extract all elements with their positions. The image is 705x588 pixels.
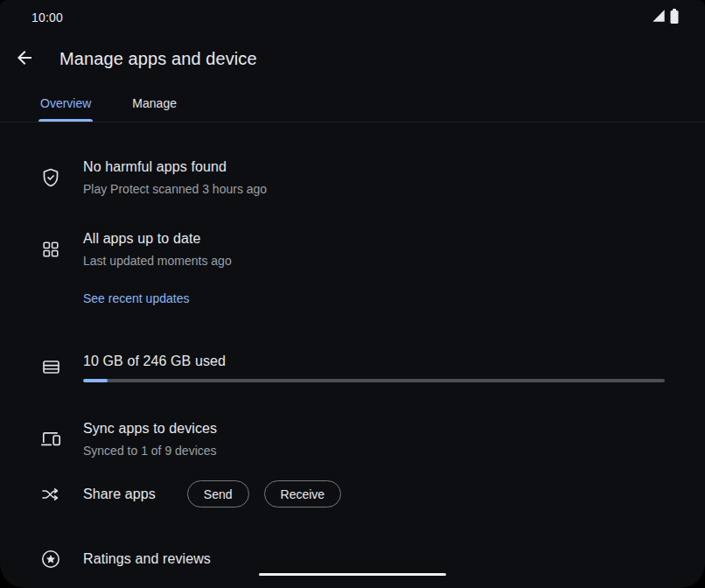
manage-apps-and-device-screen: 10:00 Manage apps and device Overview [0,0,705,588]
header: Manage apps and device [0,35,705,82]
tab-manage-label: Manage [132,96,177,110]
tab-overview[interactable]: Overview [40,82,91,122]
item-subtitle: Play Protect scanned 3 hours ago [83,181,267,197]
storage-progress-fill [83,379,108,382]
shield-check-icon [40,167,61,188]
list-item-ratings-reviews[interactable]: Ratings and reviews [40,549,665,570]
item-subtitle: Synced to 1 of 9 devices [83,443,217,458]
list-item-share-apps: Share apps Send Receive [40,480,665,508]
active-tab-indicator [38,119,93,122]
item-title: Ratings and reviews [83,550,211,569]
storage-progress-bar [83,379,665,382]
share-arrows-icon [40,484,61,505]
list-item-sync-devices[interactable]: Sync apps to devices Synced to 1 of 9 de… [40,419,665,458]
back-button[interactable] [5,39,44,78]
status-bar: 10:00 [0,0,705,35]
battery-icon [670,9,679,27]
devices-icon [40,429,61,450]
page-title: Manage apps and device [59,49,257,69]
see-recent-updates-link[interactable]: See recent updates [83,290,189,306]
list-item-storage[interactable]: 10 GB of 246 GB used [40,352,665,382]
apps-grid-icon [40,239,61,260]
status-icons [652,9,679,27]
tab-overview-label: Overview [40,96,91,110]
status-time: 10:00 [31,10,63,24]
item-title: All apps up to date [83,229,232,248]
star-circle-icon [40,549,61,570]
share-apps-label: Share apps [83,485,156,504]
storage-usage-text: 10 GB of 246 GB used [83,352,665,371]
receive-button[interactable]: Receive [264,480,342,508]
item-title: Sync apps to devices [83,419,217,438]
tab-manage[interactable]: Manage [132,82,177,122]
list-item-app-updates[interactable]: All apps up to date Last updated moments… [40,229,665,269]
tab-bar: Overview Manage [0,82,705,122]
send-button[interactable]: Send [187,480,249,508]
item-subtitle: Last updated moments ago [83,253,232,269]
storage-icon [40,357,61,378]
signal-icon [652,9,666,26]
item-title: No harmful apps found [83,158,267,177]
gesture-navigation-handle[interactable] [259,573,446,576]
overview-content: No harmful apps found Play Protect scann… [0,158,705,570]
recent-updates-row: See recent updates [40,290,665,306]
arrow-back-icon [14,47,35,71]
list-item-play-protect[interactable]: No harmful apps found Play Protect scann… [40,158,665,197]
